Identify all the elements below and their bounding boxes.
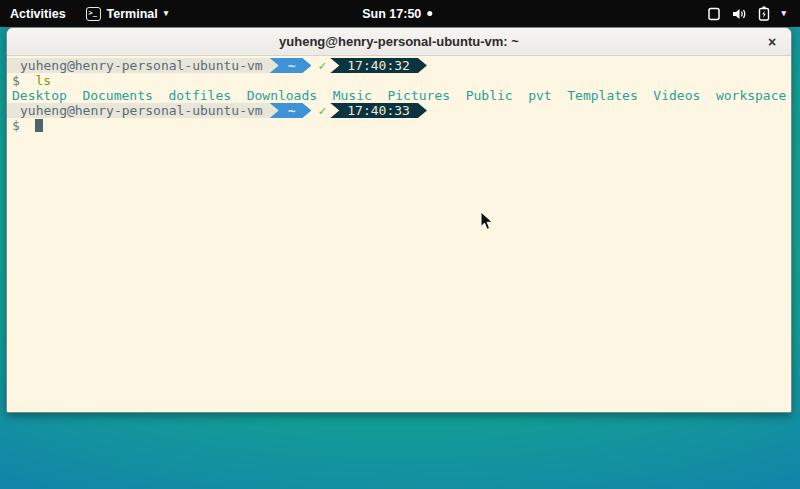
prompt-symbol: $: [12, 118, 20, 133]
typed-command: ls: [35, 73, 51, 88]
directory-name: Desktop: [12, 88, 67, 103]
battery-charging-icon: [758, 6, 770, 21]
directory-name: Videos: [653, 88, 700, 103]
app-menu-terminal[interactable]: >_ Terminal ▾: [76, 0, 179, 27]
directory-name: workspace: [716, 88, 786, 103]
prompt-userhost: yuheng@henry-personal-ubuntu-vm: [7, 103, 279, 118]
status-check-icon: ✓: [318, 103, 326, 118]
status-check-icon: ✓: [318, 58, 326, 73]
input-line[interactable]: $: [7, 118, 791, 133]
terminal-window: yuheng@henry-personal-ubuntu-vm: ~ × yuh…: [6, 27, 792, 413]
clock-label: Sun 17:50: [362, 7, 421, 21]
directory-name: Public: [466, 88, 513, 103]
screen-icon: [707, 7, 721, 21]
directory-name: dotfiles: [168, 88, 231, 103]
clock-button[interactable]: Sun 17:50: [352, 0, 442, 27]
directory-name: pvt: [528, 88, 551, 103]
titlebar[interactable]: yuheng@henry-personal-ubuntu-vm: ~ ×: [7, 28, 791, 56]
top-bar-center: Sun 17:50: [352, 0, 442, 27]
top-bar-left: Activities >_ Terminal ▾: [0, 0, 178, 27]
activities-button[interactable]: Activities: [0, 0, 76, 27]
app-menu-label: Terminal: [107, 7, 158, 21]
command-line: $ ls: [7, 73, 791, 88]
directory-name: Downloads: [247, 88, 317, 103]
directory-name: Pictures: [387, 88, 450, 103]
prompt-line-1: yuheng@henry-personal-ubuntu-vm ~ ✓ 17:4…: [7, 58, 791, 73]
window-title: yuheng@henry-personal-ubuntu-vm: ~: [279, 34, 519, 49]
top-bar-right: ▾: [699, 0, 800, 27]
system-menu[interactable]: ▾: [699, 0, 794, 27]
chevron-down-icon: ▾: [164, 9, 169, 18]
terminal-icon: >_: [86, 7, 101, 21]
volume-icon: [732, 7, 747, 21]
top-bar: Activities >_ Terminal ▾ Sun 17:50: [0, 0, 800, 27]
mouse-cursor-icon: [480, 211, 494, 235]
terminal-cursor: [35, 119, 43, 132]
close-button[interactable]: ×: [761, 31, 783, 53]
directory-name: Documents: [82, 88, 152, 103]
directory-name: Music: [333, 88, 372, 103]
prompt-userhost: yuheng@henry-personal-ubuntu-vm: [7, 58, 279, 73]
prompt-time-segment: 17:40:33: [330, 103, 427, 118]
terminal-content[interactable]: yuheng@henry-personal-ubuntu-vm ~ ✓ 17:4…: [7, 56, 791, 412]
ls-output: DesktopDocumentsdotfilesDownloadsMusicPi…: [7, 88, 791, 103]
prompt-time-segment: 17:40:32: [330, 58, 427, 73]
chevron-down-icon: ▾: [781, 9, 786, 18]
prompt-symbol: $: [12, 73, 20, 88]
directory-name: Templates: [567, 88, 637, 103]
prompt-line-2: yuheng@henry-personal-ubuntu-vm ~ ✓ 17:4…: [7, 103, 791, 118]
media-indicator-dot: [427, 11, 432, 16]
